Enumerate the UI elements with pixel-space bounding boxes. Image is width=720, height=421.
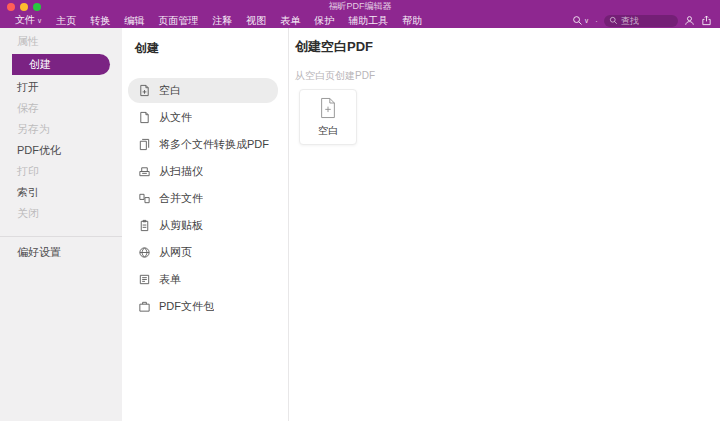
blank-pdf-card[interactable]: 空白 bbox=[299, 89, 357, 145]
create-option-label: 从网页 bbox=[159, 245, 192, 260]
create-option-label: 从剪贴板 bbox=[159, 218, 203, 233]
create-option-from-web[interactable]: 从网页 bbox=[128, 240, 278, 265]
create-option-form[interactable]: 表单 bbox=[128, 267, 278, 292]
file-menu-sidebar: 属性创建打开保存另存为PDF优化打印索引关闭 偏好设置 bbox=[0, 28, 122, 421]
create-option-from-scanner[interactable]: 从扫描仪 bbox=[128, 159, 278, 184]
create-option-blank[interactable]: 空白 bbox=[128, 78, 278, 103]
sidebar-item-save-as[interactable]: 另存为 bbox=[0, 119, 122, 140]
form-icon bbox=[138, 273, 151, 286]
sidebar-item-save[interactable]: 保存 bbox=[0, 98, 122, 119]
account-icon[interactable] bbox=[684, 15, 695, 26]
titlebar: 福昕PDF编辑器 bbox=[0, 0, 720, 13]
menu-edit[interactable]: 编辑 bbox=[117, 14, 151, 28]
menu-items: 文件∨主页转换编辑页面管理注释视图表单保护辅助工具帮助 bbox=[8, 13, 429, 28]
minimize-window-button[interactable] bbox=[20, 3, 28, 11]
create-option-convert-multiple-files[interactable]: 将多个文件转换成PDF bbox=[128, 132, 278, 157]
window-title: 福昕PDF编辑器 bbox=[0, 0, 720, 13]
search-icon bbox=[609, 16, 618, 25]
docs-icon bbox=[138, 138, 151, 151]
menu-page-management[interactable]: 页面管理 bbox=[151, 14, 205, 28]
search-box[interactable] bbox=[604, 15, 678, 27]
search-input[interactable] bbox=[621, 16, 673, 26]
menu-help[interactable]: 帮助 bbox=[395, 14, 429, 28]
create-option-label: 空白 bbox=[159, 83, 181, 98]
menu-home[interactable]: 主页 bbox=[49, 14, 83, 28]
create-option-from-file[interactable]: 从文件 bbox=[128, 105, 278, 130]
sidebar-item-preferences[interactable]: 偏好设置 bbox=[0, 242, 122, 263]
sidebar-item-pdf-optimize[interactable]: PDF优化 bbox=[0, 140, 122, 161]
create-option-label: 从文件 bbox=[159, 110, 192, 125]
chevron-down-icon: ∨ bbox=[37, 17, 42, 24]
sidebar-item-create[interactable]: 创建 bbox=[12, 54, 110, 75]
doc-icon bbox=[138, 111, 151, 124]
create-option-label: 合并文件 bbox=[159, 191, 203, 206]
panel-title: 创建 bbox=[122, 40, 288, 57]
create-option-pdf-portfolio[interactable]: PDF文件包 bbox=[128, 294, 278, 319]
sidebar-divider bbox=[0, 236, 122, 237]
create-option-from-clipboard[interactable]: 从剪贴板 bbox=[128, 213, 278, 238]
menu-file[interactable]: 文件∨ bbox=[8, 13, 49, 28]
menu-view[interactable]: 视图 bbox=[239, 14, 273, 28]
sidebar-item-index[interactable]: 索引 bbox=[0, 182, 122, 203]
window-controls bbox=[7, 3, 41, 11]
merge-icon bbox=[138, 192, 151, 205]
content-subtitle: 从空白页创建PDF bbox=[295, 69, 720, 83]
menu-accessibility-tools[interactable]: 辅助工具 bbox=[341, 14, 395, 28]
create-options-panel: 创建 空白从文件将多个文件转换成PDF从扫描仪合并文件从剪贴板从网页表单PDF文… bbox=[122, 28, 289, 421]
package-icon bbox=[138, 300, 151, 313]
find-icon[interactable]: ∨ bbox=[572, 15, 589, 26]
menubar-right: ∨ · bbox=[572, 15, 712, 27]
create-option-label: 将多个文件转换成PDF bbox=[159, 137, 269, 152]
docplus-icon bbox=[138, 84, 151, 97]
close-window-button[interactable] bbox=[7, 3, 15, 11]
main-area: 属性创建打开保存另存为PDF优化打印索引关闭 偏好设置 创建 空白从文件将多个文… bbox=[0, 28, 720, 421]
card-label: 空白 bbox=[318, 124, 338, 138]
create-option-label: 从扫描仪 bbox=[159, 164, 203, 179]
sidebar-list: 属性创建打开保存另存为PDF优化打印索引关闭 bbox=[0, 31, 122, 224]
scanner-icon bbox=[138, 165, 151, 178]
menu-convert[interactable]: 转换 bbox=[83, 14, 117, 28]
create-option-combine-files[interactable]: 合并文件 bbox=[128, 186, 278, 211]
sidebar-item-print[interactable]: 打印 bbox=[0, 161, 122, 182]
sidebar-item-close[interactable]: 关闭 bbox=[0, 203, 122, 224]
menu-form[interactable]: 表单 bbox=[273, 14, 307, 28]
new-document-icon bbox=[318, 97, 338, 119]
zoom-window-button[interactable] bbox=[33, 3, 41, 11]
sidebar-item-properties[interactable]: 属性 bbox=[0, 31, 122, 52]
clipboard-icon bbox=[138, 219, 151, 232]
content-area: 创建空白PDF 从空白页创建PDF 空白 bbox=[289, 28, 720, 421]
sidebar-item-open[interactable]: 打开 bbox=[0, 77, 122, 98]
globe-icon bbox=[138, 246, 151, 259]
menu-comment[interactable]: 注释 bbox=[205, 14, 239, 28]
create-option-label: PDF文件包 bbox=[159, 299, 214, 314]
menu-protect[interactable]: 保护 bbox=[307, 14, 341, 28]
create-options-list: 空白从文件将多个文件转换成PDF从扫描仪合并文件从剪贴板从网页表单PDF文件包 bbox=[122, 78, 288, 319]
share-icon[interactable] bbox=[701, 15, 712, 26]
create-option-label: 表单 bbox=[159, 272, 181, 287]
menubar: 文件∨主页转换编辑页面管理注释视图表单保护辅助工具帮助 ∨ · bbox=[0, 13, 720, 28]
content-title: 创建空白PDF bbox=[295, 38, 720, 56]
